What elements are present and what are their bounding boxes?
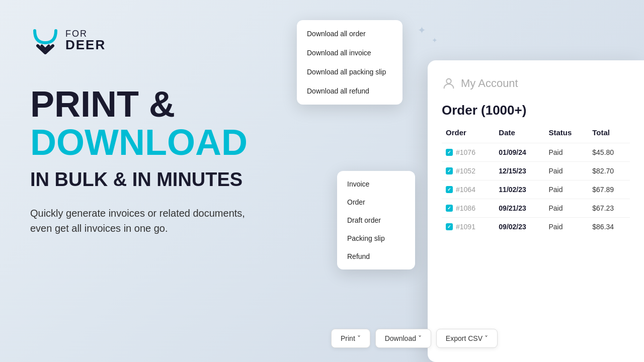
col-total: Total [588,128,630,143]
logo-icon [30,25,60,55]
download-button[interactable]: Download ˅ [375,329,431,348]
row-status: Paid [544,162,588,180]
row-total: $86.34 [588,218,630,236]
print-button[interactable]: Print ˅ [331,329,370,348]
row-date: 09/02/23 [495,218,544,236]
account-title: My Account [461,77,518,90]
row-checkbox[interactable] [446,205,453,212]
doctype-order[interactable]: Order [337,193,415,211]
download-all-refund[interactable]: Download all refund [297,81,403,101]
row-order-number: #1086 [456,204,475,212]
row-order-number: #1064 [456,186,475,194]
row-checkbox[interactable] [446,149,453,156]
row-date: 09/21/23 [495,199,544,218]
person-icon [442,76,456,90]
row-total: $82.70 [588,162,630,180]
col-status: Status [544,128,588,143]
account-header: My Account [442,76,630,90]
left-section: FOR DEER PRINT & DOWNLOAD IN BULK & IN M… [30,0,302,362]
row-status: Paid [544,143,588,162]
table-row: #105212/15/23Paid$82.70 [442,162,630,180]
table-row: #106411/02/23Paid$67.89 [442,180,630,199]
row-total: $67.89 [588,180,630,199]
row-checkbox-cell: #1091 [442,218,495,236]
table-row: #107601/09/24Paid$45.80 [442,143,630,162]
logo-text: FOR DEER [65,29,106,51]
order-table: Order Date Status Total #107601/09/24Pai… [442,128,630,236]
doctype-invoice[interactable]: Invoice [337,175,415,193]
svg-point-0 [446,79,451,83]
table-row: #108609/21/23Paid$67.23 [442,199,630,218]
row-order-number: #1076 [456,148,475,156]
doctype-dropdown: Invoice Order Draft order Packing slip R… [337,171,415,269]
row-status: Paid [544,218,588,236]
subheadline: IN BULK & IN MINUTES [30,169,302,191]
doctype-draft-order[interactable]: Draft order [337,211,415,229]
row-order-number: #1052 [456,167,475,175]
row-date: 11/02/23 [495,180,544,199]
sparkle-2: ✦ [432,36,438,44]
doctype-refund[interactable]: Refund [337,247,415,265]
table-row: #109109/02/23Paid$86.34 [442,218,630,236]
headline-line1: PRINT & [30,84,175,124]
export-csv-button[interactable]: Export CSV ˅ [436,329,498,348]
description: Quickly generate invoices or related doc… [30,206,262,236]
row-checkbox-cell: #1076 [442,143,495,162]
download-all-packing-slip[interactable]: Download all packing slip [297,62,403,81]
row-checkbox-cell: #1064 [442,180,495,199]
row-checkbox[interactable] [446,167,453,174]
col-date: Date [495,128,544,143]
order-heading: Order (1000+) [442,103,630,118]
row-checkbox-cell: #1086 [442,199,495,218]
row-status: Paid [544,180,588,199]
row-order-number: #1091 [456,223,475,231]
headline-line2: DOWNLOAD [30,122,248,162]
panel-toolbar: Print ˅ Download ˅ Export CSV ˅ [331,329,498,348]
download-all-invoice[interactable]: Download all invoice [297,43,403,62]
row-checkbox[interactable] [446,223,453,230]
row-status: Paid [544,199,588,218]
row-checkbox-cell: #1052 [442,162,495,180]
logo-deer: DEER [65,38,106,51]
logo: FOR DEER [30,25,302,55]
row-total: $67.23 [588,199,630,218]
download-all-order[interactable]: Download all order [297,24,403,43]
row-date: 12/15/23 [495,162,544,180]
doctype-packing-slip[interactable]: Packing slip [337,229,415,247]
row-checkbox[interactable] [446,186,453,193]
sparkle-1: ✦ [418,24,426,36]
row-total: $45.80 [588,143,630,162]
col-order: Order [442,128,495,143]
account-panel: My Account Order (1000+) Order Date Stat… [428,60,644,362]
row-date: 01/09/24 [495,143,544,162]
download-all-dropdown: Download all order Download all invoice … [297,20,403,105]
headline: PRINT & DOWNLOAD [30,85,302,161]
